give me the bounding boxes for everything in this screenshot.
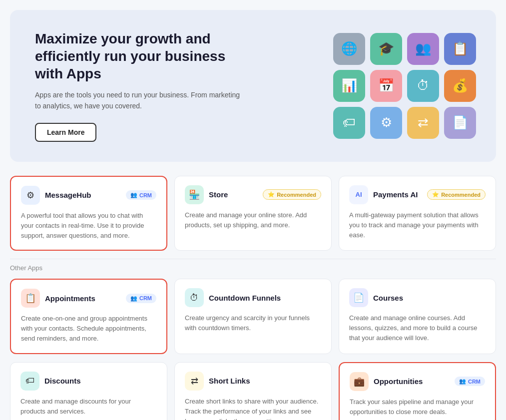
hero-icon-tile: 📅: [370, 70, 402, 102]
card-description: Track your sales pipeline and manage you…: [350, 397, 485, 417]
recommended-badge: ⭐ Recommended: [427, 189, 486, 200]
card-appointments[interactable]: 📋 Appointments 👥 CRM Create one-on-one a…: [10, 279, 167, 354]
card-header: ⏱ Countdown Funnels: [185, 288, 321, 307]
card-icon: ⏱: [185, 288, 204, 307]
card-title-row: 🏷 Discounts: [20, 372, 81, 391]
hero-icon-tile: ⇄: [407, 107, 439, 139]
card-icon: 💼: [350, 372, 369, 391]
card-description: A multi-gateway payment solution that al…: [349, 210, 486, 240]
card-title-row: AI Payments AI: [349, 185, 418, 204]
card-icon-emoji: 💼: [354, 376, 365, 387]
other-apps-section: Other Apps: [10, 259, 496, 272]
hero-icon-tile: 🎓: [370, 33, 402, 65]
card-icon-emoji: 🏪: [189, 189, 200, 200]
crm-icon: 👥: [130, 192, 137, 198]
card-icon-emoji: 📋: [25, 293, 36, 304]
card-icon: 📄: [349, 288, 368, 307]
recommended-badge-label: Recommended: [277, 192, 316, 198]
card-header: 🏷 Discounts: [20, 372, 157, 391]
hero-icon-tile: 🌐: [333, 33, 365, 65]
card-description: Create and manage discounts for your pro…: [20, 397, 157, 417]
card-short-links[interactable]: ⇄ Short Links Create short links to shar…: [174, 362, 332, 420]
hero-icon-tile: ⚙: [370, 107, 402, 139]
hero-icon-tile: ⏱: [407, 70, 439, 102]
crm-badge: 👥 CRM: [126, 190, 156, 200]
card-description: Create urgency and scarcity in your funn…: [185, 313, 321, 333]
crm-badge-label: CRM: [468, 379, 481, 385]
crm-badge-label: CRM: [139, 295, 152, 301]
card-title-row: ⚙ MessageHub: [21, 186, 91, 205]
hero-icon-tile: 👥: [407, 33, 439, 65]
card-title: Store: [209, 190, 228, 199]
crm-badge: 👥 CRM: [126, 294, 156, 303]
card-header: 📄 Courses: [349, 288, 486, 307]
card-courses[interactable]: 📄 Courses Create and manage online cours…: [339, 279, 496, 354]
card-discounts[interactable]: 🏷 Discounts Create and manage discounts …: [10, 362, 167, 420]
crm-badge: 👥 CRM: [455, 377, 485, 386]
hero-icon-grid: 🌐🎓👥📋📊📅⏱💰🏷⚙⇄📄: [333, 33, 476, 139]
card-icon: 🏪: [185, 185, 204, 204]
card-description: A powerful tool that allows you to chat …: [21, 211, 156, 241]
card-title-row: 💼 Opportunities: [350, 372, 423, 391]
card-description: Create and manage your online store. Add…: [185, 210, 321, 230]
card-title: Courses: [373, 294, 403, 302]
hero-icon-tile: 📋: [444, 33, 476, 65]
card-description: Create and manage online courses. Add le…: [349, 313, 486, 343]
card-payments-ai[interactable]: AI Payments AI ⭐ Recommended A multi-gat…: [339, 176, 496, 251]
card-icon-emoji: ⚙: [26, 190, 34, 201]
card-header: ⇄ Short Links: [185, 372, 321, 391]
section-divider: [10, 259, 496, 259]
card-icon: AI: [349, 185, 368, 204]
ai-icon-text: AI: [356, 191, 362, 198]
hero-text-block: Maximize your growth and efficiently run…: [35, 30, 245, 142]
hero-banner: Maximize your growth and efficiently run…: [10, 10, 496, 162]
card-countdown-funnels[interactable]: ⏱ Countdown Funnels Create urgency and s…: [174, 279, 332, 354]
card-title-row: 📋 Appointments: [21, 289, 95, 308]
hero-icon-tile: 📄: [444, 107, 476, 139]
star-icon: ⭐: [432, 191, 439, 198]
other-apps-row2-grid: 🏷 Discounts Create and manage discounts …: [10, 362, 496, 420]
crm-icon: 👥: [459, 378, 466, 385]
card-header: AI Payments AI ⭐ Recommended: [349, 185, 486, 204]
card-icon-emoji: 🏷: [25, 376, 34, 386]
card-icon: 🏷: [20, 372, 39, 391]
card-title: Short Links: [209, 377, 250, 385]
card-header: 📋 Appointments 👥 CRM: [21, 289, 156, 308]
card-title: Countdown Funnels: [209, 294, 281, 302]
card-header: 💼 Opportunities 👥 CRM: [350, 372, 485, 391]
recommended-badge-label: Recommended: [441, 192, 481, 198]
hero-description: Apps are the tools you need to run your …: [35, 89, 245, 112]
hero-title: Maximize your growth and efficiently run…: [35, 30, 245, 82]
card-header: ⚙ MessageHub 👥 CRM: [21, 186, 156, 205]
other-apps-label: Other Apps: [10, 264, 496, 272]
crm-icon: 👥: [130, 295, 137, 302]
learn-more-button[interactable]: Learn More: [35, 123, 96, 142]
card-title: Appointments: [45, 294, 95, 303]
featured-cards-grid: ⚙ MessageHub 👥 CRM A powerful tool that …: [10, 176, 496, 251]
hero-icon-tile: 📊: [333, 70, 365, 102]
card-messagehub[interactable]: ⚙ MessageHub 👥 CRM A powerful tool that …: [10, 176, 167, 251]
card-title-row: 🏪 Store: [185, 185, 228, 204]
card-icon: ⚙: [21, 186, 40, 205]
card-description: Create short links to share with your au…: [185, 397, 321, 420]
card-title: MessageHub: [45, 191, 91, 199]
card-title: Opportunities: [374, 377, 423, 386]
card-icon-emoji: ⏱: [190, 293, 199, 303]
hero-icon-tile: 🏷: [333, 107, 365, 139]
card-title: Discounts: [44, 377, 81, 385]
crm-badge-label: CRM: [139, 192, 152, 198]
card-opportunities[interactable]: 💼 Opportunities 👥 CRM Track your sales p…: [339, 362, 496, 420]
card-store[interactable]: 🏪 Store ⭐ Recommended Create and manage …: [174, 176, 332, 251]
recommended-badge: ⭐ Recommended: [263, 189, 321, 200]
card-title: Payments AI: [373, 190, 418, 199]
card-icon-emoji: ⇄: [191, 376, 198, 387]
card-header: 🏪 Store ⭐ Recommended: [185, 185, 321, 204]
card-icon: 📋: [21, 289, 40, 308]
star-icon: ⭐: [268, 191, 275, 198]
card-title-row: ⇄ Short Links: [185, 372, 250, 391]
card-title-row: ⏱ Countdown Funnels: [185, 288, 281, 307]
other-apps-row1-grid: 📋 Appointments 👥 CRM Create one-on-one a…: [10, 279, 496, 354]
hero-icon-tile: 💰: [444, 70, 476, 102]
card-title-row: 📄 Courses: [349, 288, 403, 307]
card-description: Create one-on-one and group appointments…: [21, 314, 156, 344]
